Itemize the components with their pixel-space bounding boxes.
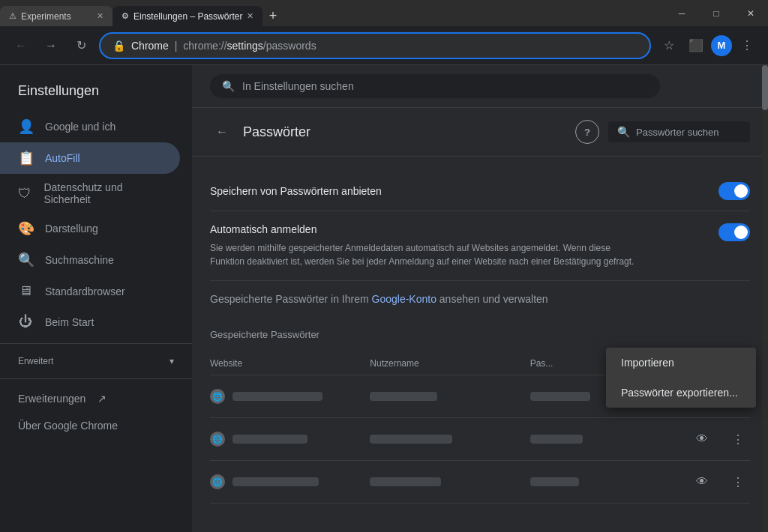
row3-site-icon: 🌐: [210, 474, 225, 489]
sidebar-item-appearance-label: Darstellung: [45, 223, 98, 235]
tab-experiments-close[interactable]: ✕: [97, 11, 104, 21]
row1-site-text: [232, 392, 322, 401]
tab-settings[interactable]: ⚙ Einstellungen – Passwörter ✕: [112, 6, 262, 26]
tab-settings-label: Einstellungen – Passwörter: [134, 11, 242, 22]
minimize-button[interactable]: ─: [664, 0, 699, 26]
browser-icon: 🖥: [18, 283, 33, 299]
passwords-title: Passwörter: [243, 124, 566, 140]
tab-experiments-label: Experiments: [21, 11, 71, 22]
maximize-button[interactable]: □: [699, 0, 734, 26]
col-website: Website: [210, 358, 370, 369]
auto-login-section: Automatisch anmelden Sie werden mithilfe…: [210, 211, 750, 281]
row3-more-button[interactable]: ⋮: [726, 470, 750, 494]
passwords-help-button[interactable]: ?: [575, 120, 599, 144]
extensions-button[interactable]: ⬛: [684, 34, 708, 58]
row3-site-text: [232, 477, 319, 486]
external-link-icon: ↗: [98, 393, 106, 405]
row3-pw-text: [530, 477, 579, 486]
sidebar-item-search-label: Suchmaschine: [45, 254, 114, 266]
secure-icon: 🔒: [112, 40, 125, 52]
sidebar-item-autofill[interactable]: 📋 AutoFill: [0, 142, 180, 174]
advanced-label: Erweitert: [18, 356, 53, 366]
row3-user-cell: [370, 477, 530, 486]
offer-save-toggle-row: Speichern von Passwörtern anbieten: [210, 172, 750, 211]
row2-user-cell: [370, 435, 530, 444]
title-bar: ⚠ Experiments ✕ ⚙ Einstellungen – Passwö…: [0, 0, 768, 26]
close-button[interactable]: ✕: [734, 0, 768, 26]
passwords-search-icon: 🔍: [617, 126, 630, 138]
row2-site-icon: 🌐: [210, 432, 225, 447]
back-icon: ←: [15, 39, 27, 52]
back-button[interactable]: ←: [9, 34, 33, 58]
profile-avatar[interactable]: M: [711, 35, 732, 56]
context-menu-export[interactable]: Passwörter exportieren...: [606, 378, 756, 408]
nav-right-controls: ☆ ⬛ M ⋮: [657, 34, 759, 58]
google-icon: 👤: [18, 118, 33, 135]
context-menu: Importieren Passwörter exportieren...: [606, 348, 756, 408]
settings-search-icon: 🔍: [222, 80, 235, 92]
scrollbar-track: [762, 65, 768, 532]
row3-user-text: [370, 477, 441, 486]
row3-eye-button[interactable]: 👁: [690, 470, 714, 494]
appearance-icon: 🎨: [18, 220, 33, 237]
row2-user-text: [370, 435, 452, 444]
row1-user-text: [370, 392, 437, 401]
settings-search-wrap[interactable]: 🔍: [210, 74, 660, 98]
settings-search-input[interactable]: [242, 80, 648, 92]
sidebar-item-appearance[interactable]: 🎨 Darstellung: [0, 213, 180, 244]
sidebar-item-privacy[interactable]: 🛡 Datenschutz und Sicherheit: [0, 174, 180, 213]
refresh-button[interactable]: ↻: [69, 34, 93, 58]
sidebar-item-browser[interactable]: 🖥 Standardbrowser: [0, 276, 180, 306]
sidebar-title: Einstellungen: [0, 77, 192, 111]
auto-login-content: Automatisch anmelden Sie werden mithilfe…: [210, 223, 645, 268]
new-tab-button[interactable]: +: [262, 6, 283, 26]
tab-experiments[interactable]: ⚠ Experiments ✕: [0, 6, 112, 26]
auto-login-desc: Sie werden mithilfe gespeicherter Anmeld…: [210, 241, 645, 268]
sidebar-item-startup-label: Beim Start: [45, 316, 94, 328]
offer-save-toggle[interactable]: [718, 182, 750, 200]
sidebar-item-autofill-label: AutoFill: [45, 152, 80, 164]
row1-site-icon: 🌐: [210, 389, 225, 404]
sidebar-item-about[interactable]: Über Google Chrome: [0, 412, 192, 439]
startup-icon: ⏻: [18, 314, 33, 330]
sidebar-item-search[interactable]: 🔍 Suchmaschine: [0, 244, 180, 276]
sidebar-advanced-section[interactable]: Erweitert ▾: [0, 350, 192, 372]
address-text: Chrome | chrome://settings/passwords: [131, 40, 638, 52]
sidebar-item-google[interactable]: 👤 Google und ich: [0, 111, 180, 142]
row1-user-cell: [370, 392, 530, 401]
col-username: Nutzername: [370, 358, 530, 369]
menu-button[interactable]: ⋮: [735, 34, 759, 58]
row2-eye-button[interactable]: 👁: [690, 427, 714, 451]
auto-login-row: Automatisch anmelden Sie werden mithilfe…: [210, 223, 750, 268]
passwords-search-wrap[interactable]: 🔍: [608, 121, 750, 142]
saved-passwords-section: Gespeicherte Passwörter Website Nutzerna…: [210, 317, 750, 510]
forward-button[interactable]: →: [39, 34, 63, 58]
sidebar-divider: [0, 343, 192, 344]
row2-site-cell: 🌐: [210, 432, 370, 447]
sidebar-item-startup[interactable]: ⏻ Beim Start: [0, 306, 180, 337]
address-bar[interactable]: 🔒 Chrome | chrome://settings/passwords: [99, 32, 651, 59]
sidebar-divider-2: [0, 378, 192, 379]
passwords-search-input[interactable]: [636, 127, 741, 138]
passwords-settings-section: Speichern von Passwörtern anbieten Autom…: [192, 157, 768, 525]
row1-pw-text: [530, 392, 590, 401]
google-account-link[interactable]: Google-Konto: [372, 293, 436, 305]
bookmark-button[interactable]: ☆: [657, 34, 681, 58]
experiments-icon: ⚠: [9, 11, 16, 21]
tab-settings-close[interactable]: ✕: [247, 11, 254, 21]
row3-pw-cell: [530, 477, 690, 486]
context-menu-import[interactable]: Importieren: [606, 348, 756, 378]
sidebar-item-privacy-label: Datenschutz und Sicherheit: [44, 181, 162, 205]
offer-save-label: Speichern von Passwörtern anbieten: [210, 185, 382, 197]
auto-login-toggle[interactable]: [718, 223, 750, 241]
sidebar-item-extensions[interactable]: Erweiterungen ↗: [0, 385, 192, 412]
row2-pw-text: [530, 435, 583, 444]
row2-more-button[interactable]: ⋮: [726, 427, 750, 451]
passwords-back-button[interactable]: ←: [210, 120, 234, 144]
navigation-bar: ← → ↻ 🔒 Chrome | chrome://settings/passw…: [0, 26, 768, 65]
auto-login-title: Automatisch anmelden: [210, 223, 645, 235]
row1-site-cell: 🌐: [210, 389, 370, 404]
sidebar-item-browser-label: Standardbrowser: [45, 285, 125, 297]
scrollbar-thumb[interactable]: [762, 65, 768, 110]
passwords-page: ← Passwörter ? 🔍 Speichern von Passwörte…: [192, 108, 768, 532]
